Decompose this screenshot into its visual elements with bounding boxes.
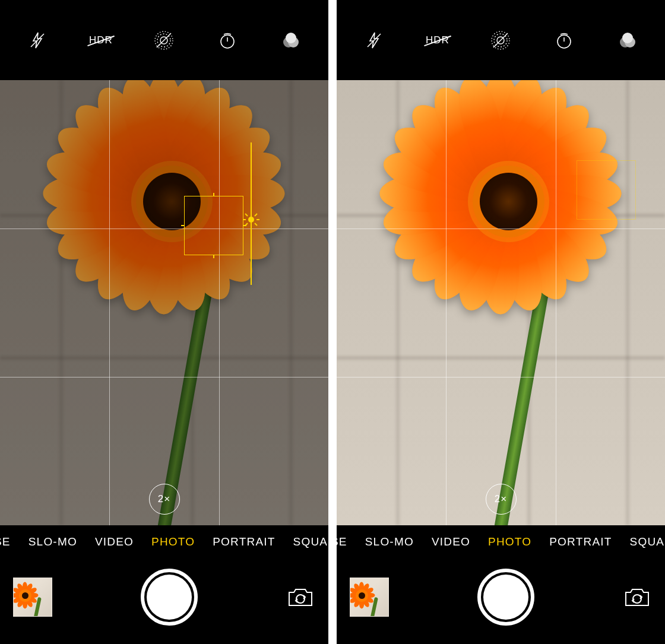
svg-line-4	[157, 33, 171, 47]
timer-icon[interactable]	[216, 28, 239, 52]
mode-item[interactable]: PORTRAIT	[549, 535, 612, 548]
live-photo-off-icon[interactable]	[152, 28, 176, 52]
shutter-button[interactable]	[477, 569, 534, 626]
mode-carousel[interactable]: SE SLO-MO VIDEO PHOTO PORTRAIT SQUARE	[0, 525, 328, 559]
switch-camera-button[interactable]	[286, 585, 315, 609]
svg-point-10	[248, 217, 254, 223]
grid-line	[219, 80, 220, 525]
grid-line	[446, 80, 446, 525]
hdr-off-icon[interactable]: HDR	[89, 28, 113, 52]
zoom-label: 2×	[158, 493, 170, 505]
mode-item[interactable]: VIDEO	[95, 535, 134, 548]
filters-icon[interactable]	[279, 28, 303, 52]
mode-item-active[interactable]: PHOTO	[488, 535, 531, 548]
grid-line	[109, 80, 110, 525]
focus-indicator[interactable]	[184, 196, 243, 255]
viewfinder[interactable]: 2×	[337, 80, 665, 525]
bottom-controls: SE SLO-MO VIDEO PHOTO PORTRAIT SQUARE	[337, 525, 665, 644]
mode-item[interactable]: SLO-MO	[365, 535, 414, 548]
hdr-off-icon[interactable]: HDR	[426, 28, 449, 52]
focus-indicator-faint[interactable]	[577, 160, 636, 220]
grid-line	[337, 229, 665, 229]
exposure-slider[interactable]	[251, 142, 252, 285]
grid-line	[0, 377, 328, 377]
svg-point-28	[622, 33, 633, 43]
zoom-label: 2×	[495, 493, 507, 505]
svg-line-17	[245, 223, 248, 226]
svg-line-23	[493, 33, 508, 47]
mode-item[interactable]: PORTRAIT	[213, 535, 275, 548]
svg-point-9	[286, 33, 296, 43]
hdr-label: HDR	[89, 34, 113, 46]
grid-line	[0, 229, 328, 229]
switch-camera-button[interactable]	[622, 585, 652, 609]
exposure-dark-overlay	[0, 80, 328, 525]
last-photo-thumbnail[interactable]	[350, 578, 389, 617]
live-photo-off-icon[interactable]	[489, 28, 512, 52]
hdr-label: HDR	[426, 34, 449, 46]
mode-item-active[interactable]: PHOTO	[151, 535, 195, 548]
filters-icon[interactable]	[616, 28, 639, 52]
grid-line	[556, 80, 556, 525]
flash-off-icon[interactable]	[362, 28, 386, 52]
mode-item[interactable]: SQUARE	[630, 535, 665, 548]
svg-line-16	[255, 223, 257, 226]
last-photo-thumbnail[interactable]	[13, 578, 52, 617]
top-controls: HDR	[337, 0, 665, 80]
mode-item[interactable]: SE	[0, 535, 11, 548]
camera-screen-right: HDR	[337, 0, 665, 644]
top-controls: HDR	[0, 0, 328, 80]
viewfinder[interactable]: 2×	[0, 80, 328, 525]
svg-line-15	[245, 214, 248, 216]
zoom-toggle[interactable]: 2×	[486, 484, 517, 515]
mode-item[interactable]: SQUARE	[293, 535, 328, 548]
mode-carousel[interactable]: SE SLO-MO VIDEO PHOTO PORTRAIT SQUARE	[337, 525, 665, 559]
bottom-controls: SE SLO-MO VIDEO PHOTO PORTRAIT SQUARE	[0, 525, 328, 644]
shutter-button[interactable]	[141, 569, 198, 626]
svg-line-18	[255, 214, 257, 216]
grid-line	[337, 377, 665, 377]
mode-item[interactable]: SE	[337, 535, 347, 548]
flash-off-icon[interactable]	[26, 28, 49, 52]
mode-item[interactable]: SLO-MO	[28, 535, 77, 548]
zoom-toggle[interactable]: 2×	[149, 484, 180, 515]
camera-screen-left: HDR	[0, 0, 328, 644]
sun-icon	[243, 211, 259, 228]
mode-item[interactable]: VIDEO	[432, 535, 470, 548]
timer-icon[interactable]	[552, 28, 576, 52]
